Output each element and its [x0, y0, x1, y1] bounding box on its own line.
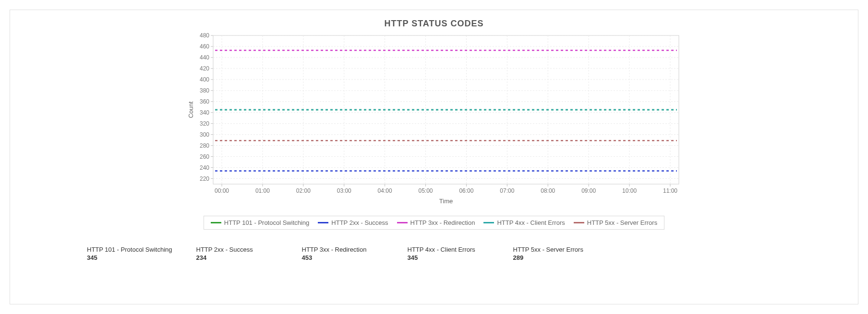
- legend-color-swatch: [211, 222, 221, 223]
- legend-item[interactable]: HTTP 3xx - Redirection: [397, 219, 475, 226]
- y-tick-label: 240: [200, 164, 209, 171]
- legend-label: HTTP 3xx - Redirection: [410, 219, 475, 226]
- x-tick-label: 10:00: [622, 187, 637, 194]
- y-tick-label: 340: [200, 109, 209, 116]
- summary-item: HTTP 5xx - Server Errors289: [513, 246, 595, 261]
- y-tick-label: 400: [200, 76, 209, 83]
- legend-label: HTTP 101 - Protocol Switching: [224, 219, 310, 226]
- legend-color-swatch: [397, 222, 408, 223]
- http-status-codes-panel: HTTP STATUS CODES 2202402602803003203403…: [10, 10, 858, 304]
- legend-label: HTTP 5xx - Server Errors: [587, 219, 657, 226]
- x-tick-label: 07:00: [500, 187, 514, 194]
- chart: 2202402602803003203403603804004204404604…: [184, 31, 684, 230]
- chart-legend: HTTP 101 - Protocol SwitchingHTTP 2xx - …: [204, 216, 664, 230]
- x-tick-label: 04:00: [378, 187, 392, 194]
- x-tick-label: 08:00: [541, 187, 555, 194]
- y-tick-label: 360: [200, 98, 209, 105]
- chart-title: HTTP STATUS CODES: [15, 19, 853, 29]
- y-tick-label: 420: [200, 65, 209, 72]
- summary-label: HTTP 4xx - Client Errors: [408, 246, 489, 253]
- legend-color-swatch: [574, 222, 584, 223]
- y-tick-label: 280: [200, 142, 209, 149]
- y-tick-label: 320: [200, 120, 209, 127]
- summary-item: HTTP 101 - Protocol Switching345: [87, 246, 172, 261]
- summary-label: HTTP 5xx - Server Errors: [513, 246, 595, 253]
- legend-item[interactable]: HTTP 2xx - Success: [318, 219, 388, 226]
- x-tick-label: 01:00: [255, 187, 270, 194]
- summary-value: 234: [196, 254, 278, 261]
- y-tick-label: 460: [200, 43, 209, 50]
- x-axis-label: Time: [439, 198, 453, 205]
- legend-item[interactable]: HTTP 101 - Protocol Switching: [211, 219, 310, 226]
- summary-label: HTTP 2xx - Success: [196, 246, 278, 253]
- y-tick-label: 220: [200, 175, 209, 182]
- y-axis-label: Count: [187, 101, 194, 118]
- x-tick-label: 00:00: [215, 187, 229, 194]
- chart-svg: 2202402602803003203403603804004204404604…: [184, 31, 684, 213]
- summary-value: 345: [87, 254, 172, 261]
- legend-label: HTTP 2xx - Success: [331, 219, 388, 226]
- summary-value: 289: [513, 254, 595, 261]
- summary-value: 453: [302, 254, 384, 261]
- legend-item[interactable]: HTTP 4xx - Client Errors: [483, 219, 565, 226]
- y-tick-label: 300: [200, 131, 209, 138]
- y-tick-label: 480: [200, 32, 209, 39]
- y-tick-label: 440: [200, 54, 209, 61]
- y-tick-label: 380: [200, 87, 209, 94]
- x-tick-label: 09:00: [581, 187, 596, 194]
- summary-item: HTTP 4xx - Client Errors345: [408, 246, 489, 261]
- x-tick-label: 11:00: [663, 187, 677, 194]
- summary-item: HTTP 3xx - Redirection453: [302, 246, 384, 261]
- summary-label: HTTP 3xx - Redirection: [302, 246, 384, 253]
- x-tick-label: 03:00: [337, 187, 351, 194]
- summary-item: HTTP 2xx - Success234: [196, 246, 278, 261]
- summary-row: HTTP 101 - Protocol Switching345HTTP 2xx…: [15, 246, 853, 261]
- x-tick-label: 05:00: [419, 187, 433, 194]
- legend-label: HTTP 4xx - Client Errors: [497, 219, 565, 226]
- legend-color-swatch: [483, 222, 494, 223]
- legend-item[interactable]: HTTP 5xx - Server Errors: [574, 219, 657, 226]
- summary-value: 345: [408, 254, 489, 261]
- x-tick-label: 02:00: [296, 187, 311, 194]
- summary-label: HTTP 101 - Protocol Switching: [87, 246, 172, 253]
- x-tick-label: 06:00: [459, 187, 473, 194]
- legend-color-swatch: [318, 222, 328, 223]
- y-tick-label: 260: [200, 153, 209, 160]
